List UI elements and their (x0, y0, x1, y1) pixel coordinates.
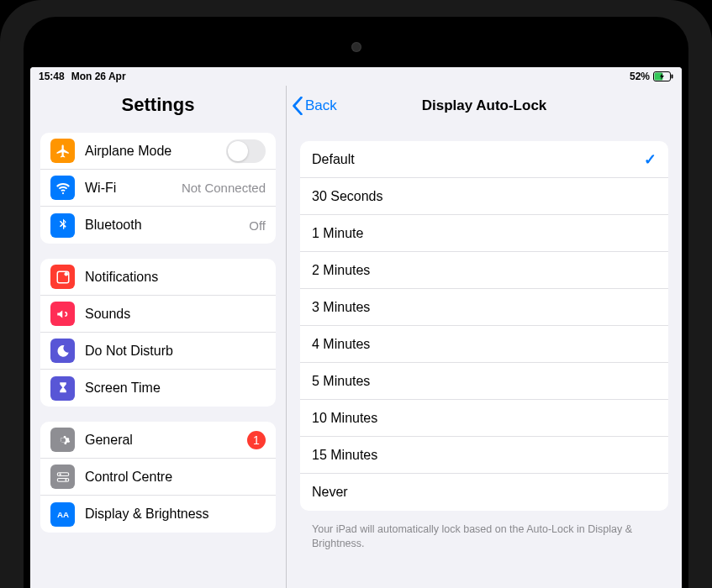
detail-header: Back Display Auto-Lock (287, 86, 682, 126)
sidebar-item-label: Airplane Mode (85, 144, 226, 159)
device-frame: 15:48 Mon 26 Apr 52% Settings Airplane M… (0, 0, 712, 588)
option-row[interactable]: 15 Minutes (300, 437, 668, 474)
option-row[interactable]: 5 Minutes (300, 363, 668, 400)
settings-sidebar: Settings Airplane ModeWi-FiNot Connected… (30, 86, 287, 588)
sidebar-item-label: Display & Brightness (85, 507, 266, 522)
sidebar-item-value: Off (249, 218, 266, 233)
sidebar-item-value: Not Connected (182, 181, 266, 195)
sounds-icon (50, 302, 75, 326)
option-label: 4 Minutes (312, 337, 370, 352)
sidebar-item-general[interactable]: General1 (40, 422, 276, 459)
airplane-icon (50, 139, 75, 163)
option-row[interactable]: 3 Minutes (300, 289, 668, 326)
svg-text:AA: AA (56, 510, 68, 519)
sidebar-item-label: Control Centre (85, 470, 266, 485)
option-row[interactable]: 2 Minutes (300, 252, 668, 289)
back-label: Back (305, 97, 337, 114)
sidebar-item-notifications[interactable]: Notifications (40, 259, 276, 296)
svg-rect-2 (672, 75, 673, 79)
battery-icon (653, 71, 673, 81)
status-date: Mon 26 Apr (71, 71, 126, 82)
screen: 15:48 Mon 26 Apr 52% Settings Airplane M… (30, 67, 682, 588)
wifi-icon (50, 176, 75, 200)
svg-point-4 (64, 272, 68, 276)
options-list: Default✓30 Seconds1 Minute2 Minutes3 Min… (300, 141, 668, 511)
option-row[interactable]: 4 Minutes (300, 326, 668, 363)
back-button[interactable]: Back (287, 97, 337, 115)
front-camera (351, 42, 361, 52)
sidebar-group: Airplane ModeWi-FiNot ConnectedBluetooth… (40, 133, 276, 244)
sidebar-item-airplane[interactable]: Airplane Mode (40, 133, 276, 170)
option-label: 1 Minute (312, 226, 363, 241)
status-bar: 15:48 Mon 26 Apr 52% (30, 67, 682, 86)
sidebar-item-label: Sounds (85, 307, 266, 322)
sidebar-item-label: Notifications (85, 270, 266, 285)
option-label: 5 Minutes (312, 374, 370, 389)
sidebar-item-label: Screen Time (85, 381, 266, 396)
sidebar-group: NotificationsSoundsDo Not DisturbScreen … (40, 259, 276, 407)
moon-icon (50, 339, 75, 363)
svg-point-6 (59, 473, 61, 475)
sidebar-item-wifi[interactable]: Wi-FiNot Connected (40, 170, 276, 207)
svg-point-8 (65, 479, 66, 480)
option-row[interactable]: Default✓ (300, 141, 668, 178)
checkmark-icon: ✓ (644, 150, 657, 169)
status-time: 15:48 (39, 71, 65, 82)
option-row[interactable]: 10 Minutes (300, 400, 668, 437)
detail-title: Display Auto-Lock (287, 97, 682, 114)
option-label: 10 Minutes (312, 411, 377, 426)
device-bezel: 15:48 Mon 26 Apr 52% Settings Airplane M… (24, 17, 688, 588)
chevron-left-icon (292, 97, 303, 115)
notification-badge: 1 (247, 431, 266, 449)
gear-icon (50, 428, 75, 452)
option-row[interactable]: 1 Minute (300, 215, 668, 252)
sidebar-item-display[interactable]: AADisplay & Brightness (40, 496, 276, 533)
sidebar-item-bluetooth[interactable]: BluetoothOff (40, 207, 276, 244)
option-label: 3 Minutes (312, 300, 370, 315)
option-label: 15 Minutes (312, 448, 377, 463)
sidebar-item-controlcentre[interactable]: Control Centre (40, 459, 276, 496)
battery-percent: 52% (630, 71, 650, 82)
sidebar-item-sounds[interactable]: Sounds (40, 296, 276, 333)
sidebar-title: Settings (30, 86, 286, 126)
sidebar-item-label: Bluetooth (85, 218, 249, 233)
detail-footer: Your iPad will automatically lock based … (287, 516, 682, 558)
sidebar-item-label: Wi-Fi (85, 181, 182, 196)
detail-pane: Back Display Auto-Lock Default✓30 Second… (287, 86, 682, 588)
switches-icon (50, 465, 75, 489)
airplane-toggle[interactable] (226, 139, 266, 163)
option-label: 30 Seconds (312, 189, 383, 204)
svg-rect-5 (57, 472, 69, 475)
sidebar-item-label: Do Not Disturb (85, 344, 266, 359)
option-label: Never (312, 485, 348, 500)
bluetooth-icon (50, 213, 75, 238)
notifications-icon (50, 265, 75, 289)
option-row[interactable]: Never (300, 474, 668, 511)
sidebar-item-screentime[interactable]: Screen Time (40, 370, 276, 407)
option-label: 2 Minutes (312, 263, 370, 278)
svg-rect-7 (57, 478, 69, 481)
sidebar-item-label: General (85, 433, 247, 448)
option-row[interactable]: 30 Seconds (300, 178, 668, 215)
aa-icon: AA (50, 502, 75, 527)
sidebar-item-dnd[interactable]: Do Not Disturb (40, 333, 276, 370)
option-label: Default (312, 152, 355, 167)
sidebar-group: General1Control CentreAADisplay & Bright… (40, 422, 276, 533)
hourglass-icon (50, 376, 75, 401)
